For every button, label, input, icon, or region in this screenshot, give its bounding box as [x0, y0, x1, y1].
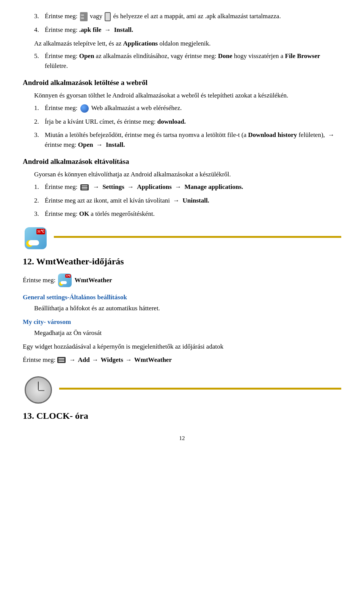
- cloud-icon: [28, 240, 39, 245]
- touch-prefix2: Érintse meg:: [23, 355, 55, 365]
- clock-divider-row: [23, 376, 341, 404]
- weather-divider-row: 31℃: [23, 227, 341, 249]
- remove-step-1-settings: Settings: [102, 183, 124, 190]
- cloud-small: [61, 281, 67, 284]
- remove-step-2: 2. Érintse meg azt az ikont, amit el kív…: [23, 196, 341, 206]
- arrow-icon: →: [173, 196, 179, 206]
- temp-badge: 31℃: [36, 229, 45, 235]
- step-number: 5.: [34, 51, 45, 71]
- step-3-or: vagy: [90, 13, 102, 20]
- divider-container: [54, 231, 341, 245]
- android-web-sub: Könnyen és gyorsan tölthet le Android al…: [23, 91, 341, 101]
- page-footer: 12: [23, 434, 341, 443]
- remove-step-1-applications: Applications: [137, 183, 172, 190]
- touch-add-widgets-line: Érintse meg: → Add → Widgets → WmtWeathe…: [23, 355, 341, 365]
- web-step-2-text: Írja be a kívánt URL címet, és érintse m…: [45, 118, 186, 125]
- step-3-apk: 3. Érintse meg: SD vagy és helyezze el a…: [23, 11, 341, 21]
- arrow-icon: →: [69, 355, 75, 365]
- step-5-content: Érintse meg: Open az alkalmazás elindítá…: [45, 51, 341, 71]
- temp-badge-small: 31℃: [65, 274, 71, 278]
- widget-text: Egy widget hozzáadásával a képernyőn is …: [23, 342, 341, 352]
- step-number: 4.: [34, 25, 45, 35]
- step-4-content: Érintse meg: .apk file → Install.: [45, 25, 341, 35]
- remove-step-1-text: Érintse meg:: [45, 183, 77, 190]
- step-number: 2.: [34, 117, 45, 127]
- step-3-text3: és helyezze el azt a mappát, ami az .apk…: [113, 13, 281, 20]
- web-step-3-text: Miután a letöltés befejeződött, érintse …: [45, 131, 336, 148]
- my-city-heading: My city- városom: [23, 317, 341, 327]
- web-step-2-content: Írja be a kívánt URL címet, és érintse m…: [45, 117, 341, 127]
- web-step-1-suffix: Web alkalmazást a web eléréséhez.: [91, 104, 182, 112]
- section-12-heading: 12. WmtWeather-időjárás: [23, 255, 341, 268]
- remove-step-1-content: Érintse meg: → Settings → Applications →…: [45, 182, 341, 192]
- step-number: 3.: [34, 130, 45, 149]
- step-4-apk: 4. Érintse meg: .apk file → Install.: [23, 25, 341, 35]
- wmtweather-label: WmtWeather: [74, 275, 112, 285]
- arrow-icon: →: [104, 25, 111, 35]
- remove-step-3-content: Érintse meg: OK a törlés megerősítésként…: [45, 209, 341, 219]
- step-5-open: 5. Érintse meg: Open az alkalmazás elind…: [23, 51, 341, 71]
- add-label: Add: [78, 355, 89, 365]
- my-city-text: Megadhatja az Ön városát: [23, 328, 341, 338]
- step-number: 3.: [34, 209, 45, 219]
- arrow-icon: →: [92, 355, 99, 365]
- hamburger-icon2: [57, 357, 66, 363]
- phone-icon: [105, 12, 111, 21]
- section-divider: [54, 236, 341, 238]
- widgets-label: Widgets: [101, 355, 123, 365]
- sd-card-icon: SD: [80, 12, 88, 21]
- arrow-icon: →: [127, 182, 134, 192]
- globe-icon: [80, 104, 89, 113]
- android-remove-sub: Gyorsan és könnyen eltávolíthatja az And…: [23, 170, 341, 179]
- step-4-text: Érintse meg: .apk file → Install.: [45, 26, 133, 33]
- step-5-notify-text: Az alkalmazás telepítve lett, és az Appl…: [34, 40, 211, 47]
- step-5-text: Érintse meg: Open az alkalmazás elindítá…: [45, 52, 320, 69]
- arrow-icon: →: [126, 355, 132, 365]
- step-number: 1.: [34, 103, 45, 113]
- page-number: 12: [179, 435, 185, 441]
- wmtweather-label2: WmtWeather: [134, 355, 172, 365]
- web-step-1-text: Érintse meg:: [45, 104, 77, 112]
- wmtweather-small-icon: 31℃: [58, 273, 72, 287]
- remove-step-3: 3. Érintse meg: OK a törlés megerősítésk…: [23, 209, 341, 219]
- arrow-icon2: →: [96, 140, 103, 150]
- general-settings-text: Beállíthatja a hőfokot és az automatikus…: [23, 303, 341, 313]
- step-3-text1: Érintse meg:: [45, 13, 77, 20]
- section-13-heading: 13. CLOCK- óra: [23, 409, 341, 423]
- remove-step-2-text: Érintse meg azt az ikont, amit el kíván …: [45, 197, 209, 204]
- step-5-notify: Az alkalmazás telepítve lett, és az Appl…: [23, 39, 341, 49]
- web-step-1: 1. Érintse meg: Web alkalmazást a web el…: [23, 103, 341, 113]
- divider-container2: [59, 383, 341, 396]
- step-number: 3.: [34, 11, 45, 21]
- android-web-heading: Android alkalmazások letöltése a webről: [23, 77, 341, 88]
- remove-step-2-content: Érintse meg azt az ikont, amit el kíván …: [45, 196, 341, 206]
- remove-step-3-text: Érintse meg: OK a törlés megerősítésként…: [45, 210, 155, 217]
- weather-app-icon: 31℃: [25, 227, 47, 249]
- touch-prefix: Érintse meg:: [23, 275, 55, 285]
- step-number: 1.: [34, 182, 45, 192]
- touch-wmtweather-line: Érintse meg: 31℃ WmtWeather: [23, 273, 341, 287]
- web-step-2: 2. Írja be a kívánt URL címet, és érints…: [23, 117, 341, 127]
- android-remove-heading: Android alkalmazások eltávolítása: [23, 156, 341, 167]
- clock-app-icon: [25, 376, 52, 404]
- web-step-3-content: Miután a letöltés befejeződött, érintse …: [45, 130, 341, 149]
- arrow-icon: →: [175, 182, 181, 192]
- web-step-1-content: Érintse meg: Web alkalmazást a web eléré…: [45, 103, 341, 113]
- arrow-icon: →: [328, 130, 334, 140]
- hamburger-icon: [80, 184, 89, 190]
- general-settings-heading: General settings-Általános beállítások: [23, 292, 341, 302]
- step-number: 2.: [34, 196, 45, 206]
- web-step-3: 3. Miután a letöltés befejeződött, érint…: [23, 130, 341, 149]
- arrow-icon: →: [93, 182, 99, 192]
- step-3-content: Érintse meg: SD vagy és helyezze el azt …: [45, 11, 341, 21]
- section-divider2: [59, 388, 341, 390]
- remove-step-1-manage: Manage applications.: [184, 183, 243, 190]
- remove-step-1: 1. Érintse meg: → Settings → Application…: [23, 182, 341, 192]
